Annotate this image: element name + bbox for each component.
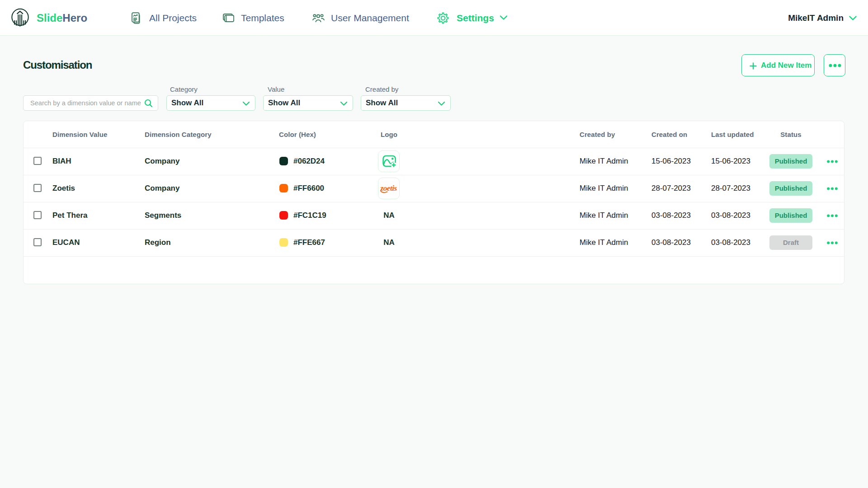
svg-text:zoetis: zoetis xyxy=(380,184,397,192)
